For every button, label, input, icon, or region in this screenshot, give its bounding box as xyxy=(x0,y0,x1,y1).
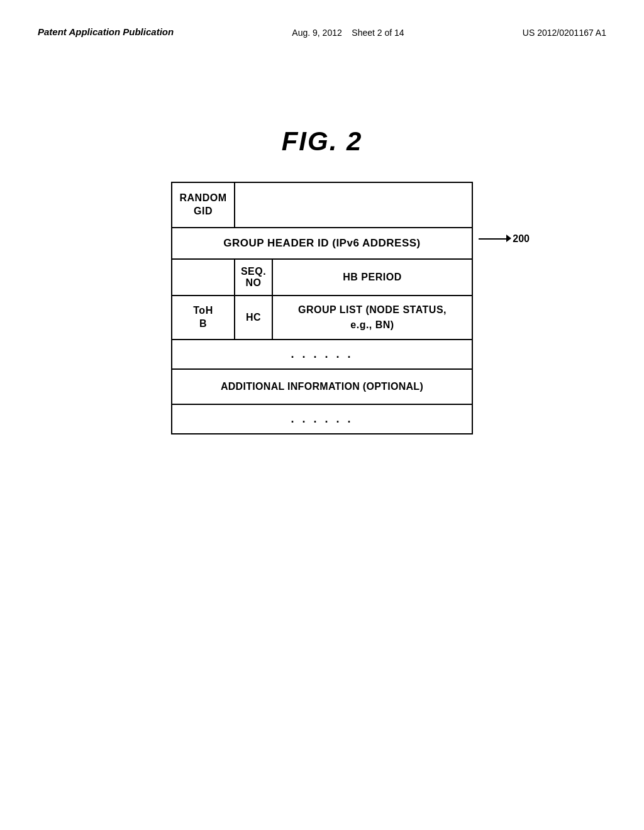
dots-cell-1: . . . . . . xyxy=(172,340,472,369)
table-row: . . . . . . xyxy=(172,404,472,434)
table-row: . . . . . . xyxy=(172,340,472,369)
table-row: ToHB HC GROUP LIST (NODE STATUS,e.g., BN… xyxy=(172,296,472,340)
figure-title: FIG. 2 xyxy=(0,126,644,157)
table-row: GROUP HEADER ID (IPv6 ADDRESS) xyxy=(172,228,472,259)
seq-no-cell: SEQ. NO xyxy=(235,259,272,296)
hb-period-cell: HB PERIOD xyxy=(272,259,472,296)
label-200: 200 xyxy=(513,233,530,245)
random-gid-cell: RANDOMGID xyxy=(172,182,235,228)
diagram-container: RANDOMGID GROUP HEADER ID (IPv6 ADDRESS)… xyxy=(0,182,644,434)
group-list-cell: GROUP LIST (NODE STATUS,e.g., BN) xyxy=(272,296,472,340)
empty-cell xyxy=(172,259,235,296)
table-wrapper: RANDOMGID GROUP HEADER ID (IPv6 ADDRESS)… xyxy=(171,182,473,434)
label-200-container: 200 xyxy=(479,233,530,245)
random-gid-empty-cell xyxy=(235,182,472,228)
table-row: ADDITIONAL INFORMATION (OPTIONAL) xyxy=(172,369,472,404)
arrow-head xyxy=(506,235,511,242)
hc-cell: HC xyxy=(235,296,272,340)
table-row: RANDOMGID xyxy=(172,182,472,228)
dots-cell-2: . . . . . . xyxy=(172,404,472,434)
group-header-id-cell: GROUP HEADER ID (IPv6 ADDRESS) xyxy=(172,228,472,259)
packet-structure-table: RANDOMGID GROUP HEADER ID (IPv6 ADDRESS)… xyxy=(171,182,473,434)
publication-number: US 2012/0201167 A1 xyxy=(523,25,606,38)
publication-date-sheet: Aug. 9, 2012 Sheet 2 of 14 xyxy=(292,25,404,38)
sheet-info: Sheet 2 of 14 xyxy=(352,28,404,38)
publication-label: Patent Application Publication xyxy=(38,25,174,38)
additional-info-cell: ADDITIONAL INFORMATION (OPTIONAL) xyxy=(172,369,472,404)
toh-b-cell: ToHB xyxy=(172,296,235,340)
table-row: SEQ. NO HB PERIOD xyxy=(172,259,472,296)
bracket-line xyxy=(479,238,510,240)
publication-date: Aug. 9, 2012 xyxy=(292,28,341,38)
page-header: Patent Application Publication Aug. 9, 2… xyxy=(0,0,644,38)
